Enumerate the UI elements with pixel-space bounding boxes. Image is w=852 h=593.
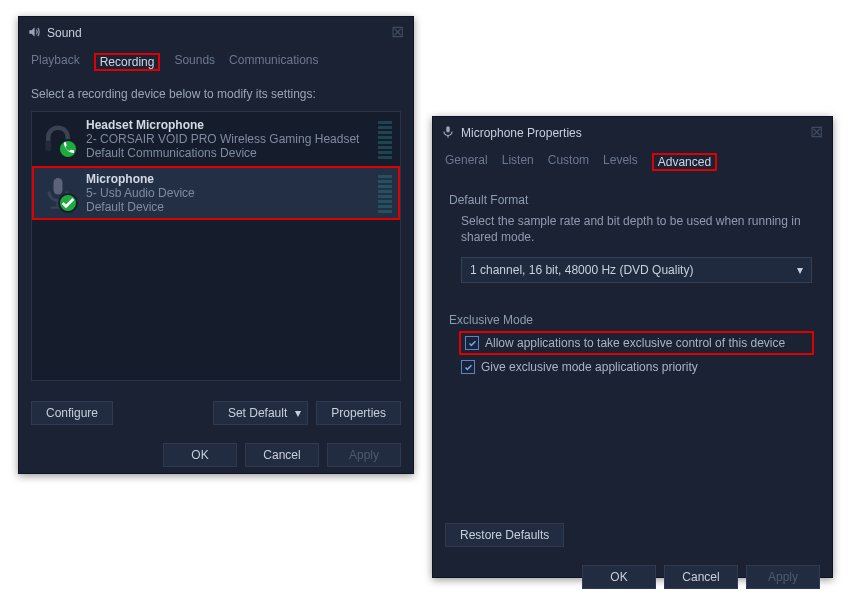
device-name: Headset Microphone	[86, 118, 368, 132]
exclusive-mode-heading: Exclusive Mode	[449, 313, 816, 327]
tab-communications[interactable]: Communications	[229, 53, 318, 71]
chevron-down-icon: ▾	[797, 263, 803, 277]
set-default-label: Set Default	[228, 406, 287, 420]
tab-playback[interactable]: Playback	[31, 53, 80, 71]
sound-tabs: Playback Recording Sounds Communications	[19, 49, 413, 77]
checkbox-checked-icon	[461, 360, 475, 374]
props-title: Microphone Properties	[461, 126, 808, 140]
exclusive-priority-checkbox[interactable]: Give exclusive mode applications priorit…	[461, 357, 812, 377]
tab-general[interactable]: General	[445, 153, 488, 171]
apply-button[interactable]: Apply	[746, 565, 820, 589]
device-status: Default Device	[86, 200, 368, 214]
microphone-icon	[441, 125, 455, 142]
ok-button[interactable]: OK	[163, 443, 237, 467]
tab-listen[interactable]: Listen	[502, 153, 534, 171]
sound-title: Sound	[47, 26, 389, 40]
checkbox-checked-icon	[465, 336, 479, 350]
default-format-heading: Default Format	[449, 193, 816, 207]
speaker-icon	[27, 25, 41, 42]
exclusive-priority-label: Give exclusive mode applications priorit…	[481, 360, 698, 374]
props-footer: OK Cancel Apply	[433, 557, 832, 593]
svg-rect-0	[45, 141, 51, 152]
device-text: Microphone 5- Usb Audio Device Default D…	[86, 172, 368, 214]
cancel-button[interactable]: Cancel	[245, 443, 319, 467]
sound-titlebar: Sound ⊠	[19, 17, 413, 49]
device-sub: 2- CORSAIR VOID PRO Wireless Gaming Head…	[86, 132, 368, 146]
sound-footer: OK Cancel Apply	[19, 435, 413, 479]
sound-window: Sound ⊠ Playback Recording Sounds Commun…	[18, 16, 414, 474]
props-body: Default Format Select the sample rate an…	[433, 177, 832, 523]
props-titlebar: Microphone Properties ⊠	[433, 117, 832, 149]
device-sub: 5- Usb Audio Device	[86, 186, 368, 200]
device-list: Headset Microphone 2- CORSAIR VOID PRO W…	[31, 111, 401, 381]
cancel-button[interactable]: Cancel	[664, 565, 738, 589]
apply-button[interactable]: Apply	[327, 443, 401, 467]
configure-button[interactable]: Configure	[31, 401, 113, 425]
properties-button[interactable]: Properties	[316, 401, 401, 425]
sound-instruction: Select a recording device below to modif…	[31, 87, 401, 101]
level-meter	[378, 173, 392, 213]
sound-body: Select a recording device below to modif…	[19, 77, 413, 391]
exclusive-control-label: Allow applications to take exclusive con…	[485, 336, 785, 350]
props-tabs: General Listen Custom Levels Advanced	[433, 149, 832, 177]
format-select-value: 1 channel, 16 bit, 48000 Hz (DVD Quality…	[470, 263, 693, 277]
device-status: Default Communications Device	[86, 146, 368, 160]
svg-rect-5	[446, 126, 450, 132]
close-icon[interactable]: ⊠	[808, 125, 824, 141]
device-name: Microphone	[86, 172, 368, 186]
exclusive-control-checkbox[interactable]: Allow applications to take exclusive con…	[461, 333, 812, 353]
restore-defaults-button[interactable]: Restore Defaults	[445, 523, 564, 547]
tab-custom[interactable]: Custom	[548, 153, 589, 171]
device-text: Headset Microphone 2- CORSAIR VOID PRO W…	[86, 118, 368, 160]
set-default-button[interactable]: Set Default ▾	[213, 401, 308, 425]
properties-window: Microphone Properties ⊠ General Listen C…	[432, 116, 833, 578]
sound-button-row: Configure Set Default ▾ Properties	[19, 391, 413, 435]
phone-badge-icon	[58, 139, 78, 159]
microphone-icon	[40, 175, 76, 211]
format-select[interactable]: 1 channel, 16 bit, 48000 Hz (DVD Quality…	[461, 257, 812, 283]
close-icon[interactable]: ⊠	[389, 25, 405, 41]
headset-icon	[40, 121, 76, 157]
device-row[interactable]: Microphone 5- Usb Audio Device Default D…	[32, 166, 400, 220]
tab-sounds[interactable]: Sounds	[174, 53, 215, 71]
default-format-desc: Select the sample rate and bit depth to …	[461, 213, 812, 245]
tab-recording[interactable]: Recording	[94, 53, 161, 71]
chevron-down-icon: ▾	[295, 406, 301, 420]
ok-button[interactable]: OK	[582, 565, 656, 589]
tab-levels[interactable]: Levels	[603, 153, 638, 171]
props-button-row: Restore Defaults	[433, 523, 832, 557]
level-meter	[378, 119, 392, 159]
check-badge-icon	[58, 193, 78, 213]
device-row[interactable]: Headset Microphone 2- CORSAIR VOID PRO W…	[32, 112, 400, 166]
tab-advanced[interactable]: Advanced	[652, 153, 717, 171]
